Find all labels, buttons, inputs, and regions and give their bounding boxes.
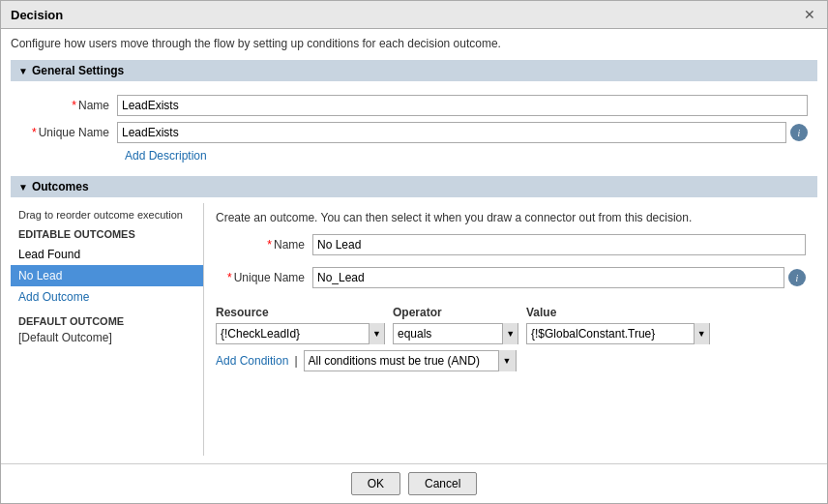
general-settings-header[interactable]: ▼ General Settings [11, 60, 817, 81]
outcome-item-no-lead[interactable]: No Lead [11, 265, 203, 286]
value-dropdown[interactable]: ▼ [526, 323, 710, 344]
unique-name-info-icon[interactable]: i [790, 124, 808, 141]
outcome-name-row: *Name [216, 234, 806, 255]
title-bar: Decision ✕ [1, 1, 827, 29]
name-row: *Name [20, 95, 808, 116]
condition-separator: | [294, 354, 297, 368]
unique-name-row: *Unique Name i [20, 122, 808, 143]
value-dropdown-btn[interactable]: ▼ [694, 323, 709, 344]
ok-button[interactable]: OK [351, 472, 400, 495]
logic-dropdown-btn[interactable]: ▼ [498, 350, 516, 371]
editable-outcomes-label: EDITABLE OUTCOMES [11, 224, 203, 244]
general-settings-label: General Settings [32, 64, 124, 77]
outcome-name-label: *Name [216, 238, 312, 252]
logic-dropdown[interactable]: ▼ [304, 350, 517, 371]
outcomes-right-panel: Create an outcome. You can then select i… [204, 203, 817, 456]
add-condition-row: Add Condition | ▼ [216, 350, 806, 371]
general-settings-arrow: ▼ [18, 66, 28, 76]
outcome-name-input[interactable] [312, 234, 806, 255]
resource-input[interactable] [217, 324, 369, 343]
outcome-unique-name-input[interactable] [312, 267, 784, 288]
name-input[interactable] [117, 95, 808, 116]
operator-dropdown-btn[interactable]: ▼ [502, 323, 518, 344]
unique-name-input[interactable] [117, 122, 786, 143]
outcome-unique-name-label: *Unique Name [216, 271, 312, 284]
operator-input[interactable] [394, 324, 502, 343]
unique-name-label: *Unique Name [20, 126, 117, 139]
resource-col-label: Resource [216, 306, 385, 319]
value-input[interactable] [527, 324, 694, 343]
dialog-subtitle: Configure how users move through the flo… [11, 37, 817, 50]
name-label: *Name [20, 99, 117, 112]
value-col-label: Value [526, 306, 710, 319]
outcomes-label: Outcomes [32, 180, 89, 193]
cancel-button[interactable]: Cancel [408, 472, 477, 495]
outcome-lead-found-label: Lead Found [18, 248, 80, 261]
unique-name-required: * [32, 126, 37, 139]
conditions-area: Resource Operator Value ▼ ▼ [216, 306, 806, 371]
outcomes-left-panel: Drag to reorder outcome execution EDITAB… [11, 203, 204, 456]
outcome-unique-name-info-icon[interactable]: i [788, 269, 806, 286]
resource-dropdown-btn[interactable]: ▼ [369, 323, 384, 344]
logic-input[interactable] [305, 351, 498, 371]
close-button[interactable]: ✕ [802, 7, 817, 22]
dialog-title: Decision [11, 8, 63, 22]
add-outcome-link[interactable]: Add Outcome [11, 286, 203, 308]
add-condition-link[interactable]: Add Condition [216, 354, 288, 368]
name-required: * [72, 99, 76, 112]
outcome-unique-name-row: *Unique Name i [216, 267, 806, 288]
add-description-link[interactable]: Add Description [125, 149, 207, 163]
general-settings-content: *Name *Unique Name i Add Description [11, 87, 817, 170]
default-outcome-label: DEFAULT OUTCOME [11, 308, 203, 329]
outcome-item-lead-found[interactable]: Lead Found [11, 244, 203, 265]
condition-row: ▼ ▼ ▼ [216, 323, 806, 344]
drag-hint: Drag to reorder outcome execution [11, 209, 203, 224]
outcome-unique-name-required: * [227, 271, 232, 284]
dialog-footer: OK Cancel [1, 463, 827, 503]
decision-dialog: Decision ✕ Configure how users move thro… [0, 0, 828, 504]
operator-dropdown[interactable]: ▼ [393, 323, 518, 344]
outcome-no-lead-label: No Lead [18, 269, 62, 282]
default-outcome-item: [Default Outcome] [11, 329, 203, 346]
operator-col-label: Operator [393, 306, 518, 319]
outcome-name-required: * [267, 238, 272, 252]
dialog-body: Configure how users move through the flo… [1, 29, 827, 463]
conditions-labels: Resource Operator Value [216, 306, 806, 319]
resource-dropdown[interactable]: ▼ [216, 323, 385, 344]
outcomes-header[interactable]: ▼ Outcomes [11, 176, 817, 197]
outcomes-arrow: ▼ [18, 182, 28, 193]
outcome-create-hint: Create an outcome. You can then select i… [216, 211, 806, 224]
outcomes-body: Drag to reorder outcome execution EDITAB… [11, 203, 817, 456]
